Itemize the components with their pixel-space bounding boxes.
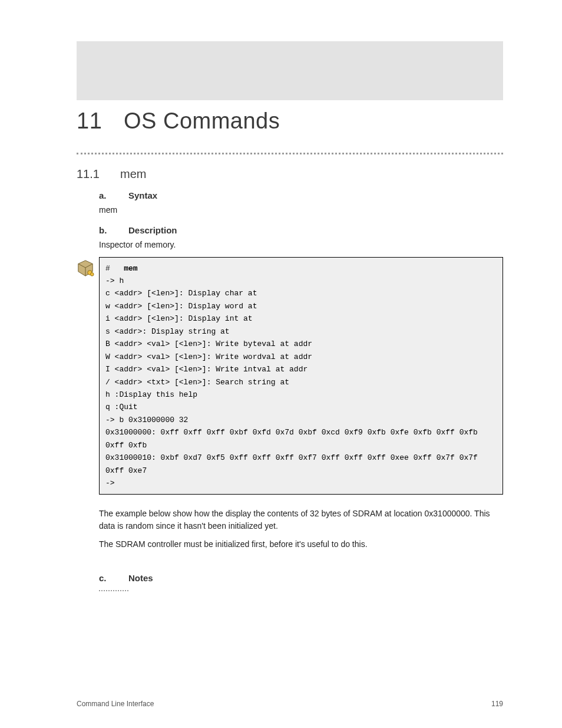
- code-line: s <addr>: Display string at: [105, 325, 497, 338]
- code-line: -> b 0x31000000 32: [105, 414, 497, 426]
- code-command: mem: [124, 264, 137, 273]
- code-line: ->: [105, 477, 497, 489]
- subsection-notes-heading: c.Notes: [99, 573, 503, 583]
- chapter-heading: 11OS Commands: [77, 108, 503, 134]
- subsection-syntax-num: a.: [99, 190, 128, 200]
- code-line: h :Display this help: [105, 388, 497, 401]
- code-line: w <addr> [<len>]: Display word at: [105, 300, 497, 312]
- code-line: 0x31000000: 0xff 0xff 0xff 0xbf 0xfd 0x7…: [105, 426, 497, 452]
- description-paragraph-1: The example below show how the display t…: [99, 508, 503, 532]
- code-line-prompt: # mem: [105, 262, 497, 275]
- code-block: # mem -> h c <addr> [<len>]: Display cha…: [99, 257, 503, 495]
- chapter-title: OS Commands: [124, 108, 280, 133]
- footer-left: Command Line Interface: [77, 700, 154, 708]
- chapter-number: 11: [77, 108, 124, 134]
- subsection-desc-num: b.: [99, 225, 128, 235]
- code-line: I <addr> <val> [<len>]: Write intval at …: [105, 363, 497, 375]
- code-line: q :Quit: [105, 401, 497, 413]
- section-title: mem: [120, 167, 146, 180]
- code-line: B <addr> <val> [<len>]: Write byteval at…: [105, 338, 497, 350]
- page-footer: Command Line Interface 119: [0, 700, 562, 708]
- desc-text: Inspector of memory.: [99, 239, 503, 251]
- subsection-desc-heading: b.Description: [99, 225, 503, 235]
- divider-dotted: [77, 153, 503, 154]
- example-row: # mem -> h c <addr> [<len>]: Display cha…: [77, 257, 503, 495]
- subsection-desc-title: Description: [128, 225, 177, 235]
- code-line: i <addr> [<len>]: Display int at: [105, 312, 497, 325]
- subsection-syntax-heading: a.Syntax: [99, 190, 503, 200]
- code-prompt: #: [105, 264, 110, 273]
- svg-point-3: [90, 272, 94, 276]
- icon-column: [77, 257, 99, 277]
- code-line: W <addr> <val> [<len>]: Write wordval at…: [105, 351, 497, 363]
- footer-page-number: 119: [491, 700, 503, 708]
- page: 11OS Commands 11.1mem a.Syntax mem b.Des…: [0, 0, 562, 728]
- package-icon: [77, 259, 94, 277]
- subsection-notes-num: c.: [99, 573, 128, 583]
- code-line: c <addr> [<len>]: Display char at: [105, 287, 497, 299]
- code-line: 0x31000010: 0xbf 0xd7 0xf5 0xff 0xff 0xf…: [105, 452, 497, 477]
- subsection-syntax-title: Syntax: [128, 190, 157, 200]
- subsection-notes-title: Notes: [128, 573, 153, 583]
- syntax-text: mem: [99, 204, 503, 216]
- chapter-graybar: [77, 41, 503, 100]
- code-line: -> h: [105, 275, 497, 287]
- section-number: 11.1: [77, 167, 120, 181]
- section-heading: 11.1mem: [77, 167, 503, 181]
- divider-dotted-short: [99, 590, 128, 591]
- description-paragraph-2: The SDRAM controller must be initialized…: [99, 538, 503, 551]
- code-line: / <addr> <txt> [<len>]: Search string at: [105, 376, 497, 388]
